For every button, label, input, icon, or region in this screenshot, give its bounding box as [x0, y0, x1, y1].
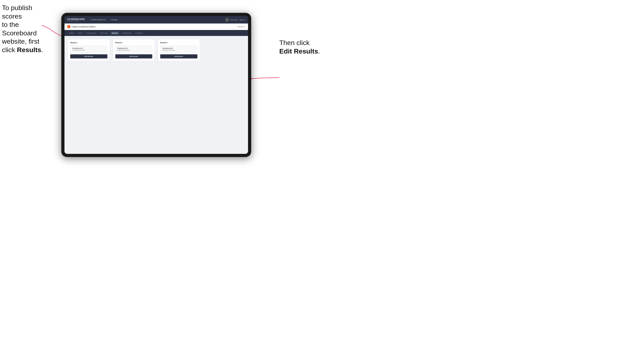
- round-3-course-name: Peachtree GC: [162, 47, 195, 49]
- edit-results-button-2[interactable]: Edit Results: [115, 54, 152, 58]
- tab-details[interactable]: Details: [67, 31, 75, 35]
- instruction-left: To publish scores to the Scoreboard webs…: [2, 3, 44, 54]
- tab-teams[interactable]: Teams: [76, 31, 84, 35]
- tab-course-setup[interactable]: Course Setup: [85, 31, 98, 35]
- nav-tournaments[interactable]: TOURNAMENTS: [90, 18, 106, 21]
- edit-results-button-1[interactable]: Edit Results: [70, 54, 108, 58]
- tablet-screen: SCOREBOARD Powered by clippd TOURNAMENTS…: [64, 16, 248, 154]
- round-card-2: Round 2 Peachtree GC Gold (M) (7010 yds)…: [113, 39, 155, 61]
- logo-title: SCOREBOARD: [67, 18, 85, 20]
- nav-user-text: Test User |: [230, 19, 238, 21]
- user-avatar: T: [225, 18, 229, 21]
- round-3-title: Round 3: [160, 42, 198, 44]
- logo-sub: Powered by clippd: [67, 20, 85, 21]
- nav-right: T Test User | Sign out: [225, 18, 245, 21]
- instruction-right: Then click Edit Results.: [279, 38, 320, 55]
- tab-results[interactable]: Results: [110, 31, 119, 35]
- round-1-course-detail: Gold (M) (7010 yds): [72, 49, 105, 51]
- tab-bar: Details Teams Course Setup Tee Groups Re…: [64, 30, 248, 36]
- tournament-header: C Clippd Invitational (Main) Cancel ✕: [64, 23, 248, 30]
- round-2-title: Round 2: [115, 42, 152, 44]
- nav-links: TOURNAMENTS TEAMS: [90, 18, 225, 21]
- tournament-title: C Clippd Invitational (Main): [67, 25, 96, 28]
- instruction-right-text: Then click Edit Results.: [279, 39, 320, 55]
- tab-leaderboards[interactable]: Leaderboards: [120, 31, 133, 35]
- tablet: SCOREBOARD Powered by clippd TOURNAMENTS…: [61, 13, 251, 157]
- round-2-course-detail: Gold (M) (7010 yds): [118, 49, 150, 51]
- round-2-course-card: Peachtree GC Gold (M) (7010 yds): [115, 46, 152, 52]
- round-3-course-card: Peachtree GC Gold (M) (7010 yds): [160, 46, 198, 52]
- round-1-course-card: Peachtree GC Gold (M) (7010 yds): [70, 46, 108, 52]
- round-3-course-detail: Gold (M) (7010 yds): [162, 49, 195, 51]
- round-1-title: Round 1: [70, 42, 108, 44]
- round-card-3: Round 3 Peachtree GC Gold (M) (7010 yds)…: [158, 39, 200, 61]
- rounds-grid: Round 1 Peachtree GC Gold (M) (7010 yds)…: [68, 39, 245, 61]
- tournament-name: Clippd Invitational (Main): [72, 25, 96, 28]
- edit-results-button-3[interactable]: Edit Results: [160, 54, 198, 58]
- tournament-icon: C: [67, 25, 70, 28]
- arrow-to-edit-results: [248, 73, 284, 83]
- cancel-button[interactable]: Cancel ✕: [238, 26, 245, 28]
- round-1-course-name: Peachtree GC: [72, 47, 105, 49]
- round-2-course-name: Peachtree GC: [118, 47, 150, 49]
- scoreboard-logo: SCOREBOARD Powered by clippd: [67, 18, 85, 21]
- nav-signout[interactable]: Sign out: [240, 19, 245, 21]
- tab-printables[interactable]: Printables: [134, 31, 144, 35]
- instruction-left-text: To publish scores to the Scoreboard webs…: [2, 4, 43, 53]
- round-slot-empty: [203, 39, 245, 61]
- main-content: Round 1 Peachtree GC Gold (M) (7010 yds)…: [64, 36, 248, 154]
- tab-tee-groups[interactable]: Tee Groups: [98, 31, 110, 35]
- round-card-1: Round 1 Peachtree GC Gold (M) (7010 yds)…: [68, 39, 110, 61]
- nav-teams[interactable]: TEAMS: [110, 18, 118, 21]
- top-nav: SCOREBOARD Powered by clippd TOURNAMENTS…: [64, 16, 248, 23]
